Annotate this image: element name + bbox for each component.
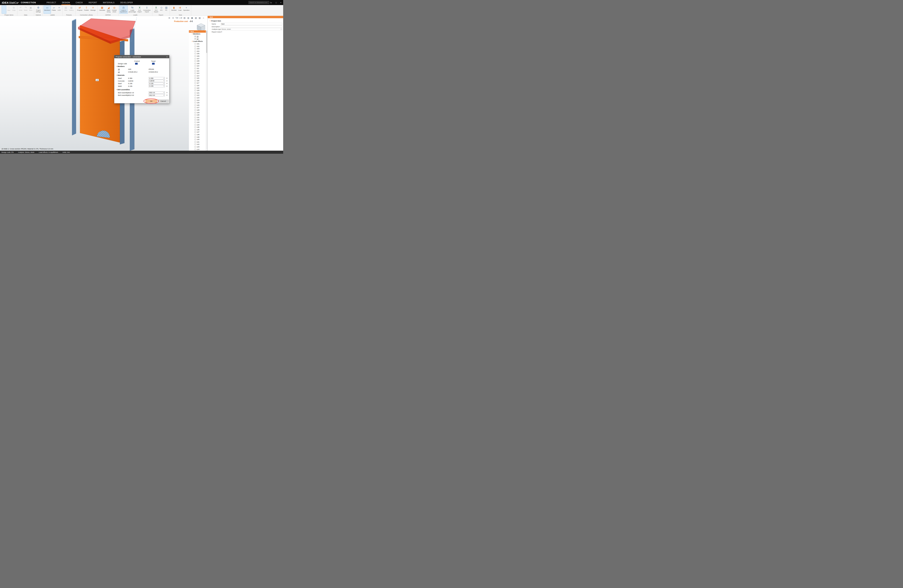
ribbon-button[interactable]: X XLS Export	[153, 5, 159, 14]
material-target-select[interactable]: S 355 ▾	[149, 77, 165, 79]
tree-load-effect-item[interactable]: 141	[189, 141, 206, 143]
ribbon-button[interactable]: ▤ New	[63, 5, 68, 14]
save-picture-icon[interactable]: ▥	[187, 16, 190, 19]
ribbon-button[interactable]: □ New	[6, 5, 11, 14]
add-material-button[interactable]: +	[166, 85, 167, 87]
load-effect-checkbox[interactable]	[195, 70, 196, 72]
ribbon-button[interactable]: % Loads percentage	[128, 5, 137, 14]
report-preview-icon[interactable]: ▧	[194, 16, 197, 19]
tree-load-effect-item[interactable]: 135	[189, 126, 206, 129]
member-checkbox[interactable]: ✓	[195, 36, 196, 37]
dialog-materials-section[interactable]: ▾ Materials	[116, 74, 124, 76]
add-material-button[interactable]: +	[166, 80, 167, 82]
ribbon-button[interactable]: + Operation	[182, 5, 190, 14]
ribbon-button[interactable]: ▱ Plates	[51, 5, 57, 14]
member-web-plate[interactable]	[80, 25, 120, 143]
ribbon-button[interactable]: + LCS	[57, 5, 61, 14]
ribbon-button[interactable]: ▥ PC	[164, 5, 169, 14]
menu-tab[interactable]: DESIGN	[61, 0, 71, 5]
project-item-section-header[interactable]: ▾ Project item	[210, 20, 221, 22]
tree-load-effect-item[interactable]: 112	[189, 70, 206, 72]
tree-load-effect-item[interactable]: 122	[189, 94, 206, 97]
load-effect-checkbox[interactable]	[195, 55, 196, 57]
load-effect-checkbox[interactable]	[195, 127, 196, 128]
load-effect-checkbox[interactable]	[195, 43, 196, 45]
home-view-icon[interactable]: ⌂	[202, 16, 205, 19]
load-effect-checkbox[interactable]	[195, 82, 196, 84]
plate-left[interactable]	[72, 19, 76, 135]
load-effect-checkbox[interactable]	[195, 53, 196, 54]
tree-load-effect-item[interactable]: 118	[189, 84, 206, 87]
tree-load-effect-item[interactable]: 108	[189, 60, 206, 62]
tree-scrollbar[interactable]	[206, 30, 207, 151]
3d-scene[interactable]	[0, 16, 208, 151]
load-effect-checkbox[interactable]	[195, 77, 196, 79]
tree-load-effect-item[interactable]: 130	[189, 114, 206, 116]
copy-picture-icon[interactable]: ▤	[183, 16, 186, 19]
analysis-type-select[interactable]: Stress, strain ▾	[221, 28, 282, 30]
tree-load-effect-item[interactable]: 104	[189, 50, 206, 52]
member-label-tag[interactable]: 15	[96, 79, 99, 81]
tree-load-effect-item[interactable]: 144	[189, 148, 206, 151]
tree-load-effect-item[interactable]: 137	[189, 131, 206, 133]
load-effect-checkbox[interactable]	[195, 90, 196, 91]
tree-load-effect-item[interactable]: 138	[189, 133, 206, 136]
load-effect-checkbox[interactable]	[195, 149, 196, 150]
search-input[interactable]	[249, 2, 269, 3]
tree-load-effect-item[interactable]: 107	[189, 57, 206, 60]
load-effect-checkbox[interactable]	[195, 97, 196, 99]
tree-load-effect-item[interactable]: 114	[189, 75, 206, 77]
ribbon-button[interactable]: ⇓ Connection Import	[143, 5, 151, 14]
load-effect-checkbox[interactable]	[195, 131, 196, 133]
member-name-link[interactable]: 15	[118, 68, 120, 70]
3d-viewport[interactable]: ⊟ ⊡ ↻▾ ▭▾ ▤ ▥ ▦ ▧ ▨ ⌂ Production cost -	[0, 16, 208, 151]
tree-load-effect-item[interactable]: 117	[189, 82, 206, 85]
tree-members-header[interactable]: ▾ Members	[189, 33, 206, 35]
ribbon-button[interactable]: ⇧ Publish	[83, 5, 90, 14]
load-effect-checkbox[interactable]	[195, 134, 196, 135]
tree-load-effects-header[interactable]: ▾ Load effects	[189, 40, 206, 42]
material-target-select[interactable]: C25/30 ▾	[149, 80, 165, 82]
tree-load-effect-item[interactable]: 110	[189, 65, 206, 67]
load-effect-checkbox[interactable]	[195, 100, 196, 101]
ribbon-button[interactable]: ≡ Manage	[90, 5, 96, 14]
add-report-notes-button[interactable]: +	[221, 31, 222, 33]
tree-load-effect-item[interactable]: 101	[189, 42, 206, 45]
tree-load-effect-item[interactable]: 127	[189, 107, 206, 109]
load-effect-checkbox[interactable]	[195, 109, 196, 111]
tree-load-effect-item[interactable]: 116	[189, 79, 206, 82]
member-name-link[interactable]: 12	[118, 71, 120, 73]
tree-load-effect-item[interactable]: 102	[189, 45, 206, 48]
material-target-select[interactable]: S 235 ▾	[149, 85, 165, 87]
tree-load-effect-item[interactable]: 103	[189, 47, 206, 50]
ribbon-button[interactable]: ↶ Undo	[18, 5, 23, 14]
ribbon-button[interactable]: ▮ Member	[171, 5, 177, 14]
ribbon-button[interactable]: ◇ IFC	[159, 5, 164, 14]
member-checkbox[interactable]: ✓	[195, 38, 196, 39]
load-effect-checkbox[interactable]	[195, 60, 196, 62]
tree-load-effect-item[interactable]: 140	[189, 138, 206, 141]
load-effect-checkbox[interactable]	[195, 129, 196, 130]
tree-load-effect-item[interactable]: 128	[189, 109, 206, 111]
rotate-view-icon[interactable]: ↻▾	[175, 16, 178, 19]
ribbon-button[interactable]: ⚙ Project settings	[35, 5, 41, 14]
tree-load-effect-item[interactable]: 129	[189, 111, 206, 114]
load-effect-checkbox[interactable]	[195, 141, 196, 143]
tree-load-effect-item[interactable]: 111	[189, 67, 206, 70]
dialog-members-section[interactable]: ▾ Members	[116, 66, 124, 67]
load-effect-checkbox[interactable]	[195, 63, 196, 64]
menu-tab[interactable]: CHECK	[75, 0, 83, 5]
load-effect-checkbox[interactable]	[195, 45, 196, 47]
ribbon-button[interactable]: ◎ Overall check	[111, 5, 117, 14]
cancel-button[interactable]: Cancel	[158, 100, 169, 103]
bolt-target-select[interactable]: M16 4.8 ▾	[149, 91, 165, 94]
tree-load-effect-item[interactable]: 139	[189, 136, 206, 138]
load-effect-checkbox[interactable]	[195, 85, 196, 86]
load-effect-checkbox[interactable]	[195, 105, 196, 106]
tree-root-item[interactable]: ▾ N13	[189, 30, 206, 33]
tree-load-effect-item[interactable]: 105	[189, 52, 206, 55]
load-effect-checkbox[interactable]	[195, 65, 196, 67]
ribbon-button[interactable]: ⧉ Copy	[11, 5, 16, 14]
maximize-button[interactable]: □	[274, 0, 278, 5]
tree-member-item[interactable]: ✓ 15	[189, 35, 206, 38]
